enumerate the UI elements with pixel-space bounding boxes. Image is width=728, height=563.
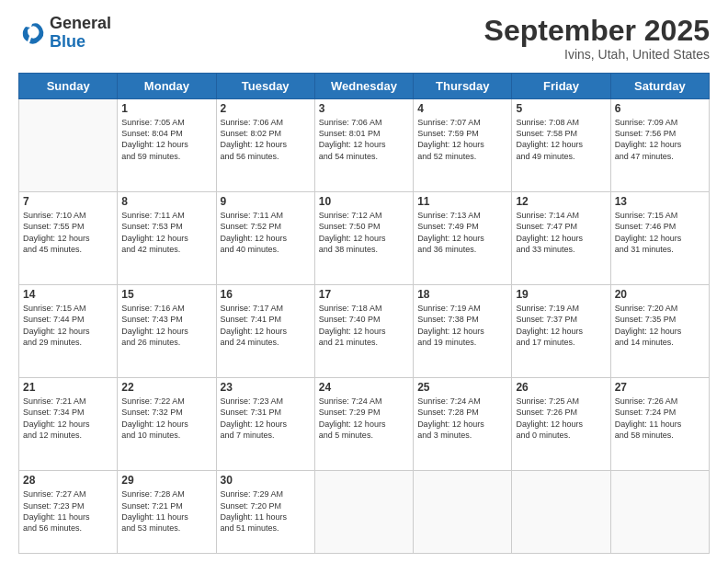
- cell-info: Sunrise: 7:07 AM Sunset: 7:59 PM Dayligh…: [417, 117, 507, 162]
- cell-info: Sunrise: 7:11 AM Sunset: 7:52 PM Dayligh…: [221, 210, 311, 255]
- table-row: 20Sunrise: 7:20 AM Sunset: 7:35 PM Dayli…: [610, 285, 709, 378]
- table-row: 9Sunrise: 7:11 AM Sunset: 7:52 PM Daylig…: [216, 192, 314, 285]
- day-number: 7: [23, 195, 113, 208]
- cell-info: Sunrise: 7:17 AM Sunset: 7:41 PM Dayligh…: [221, 303, 311, 348]
- day-number: 8: [121, 195, 211, 208]
- table-row: 4Sunrise: 7:07 AM Sunset: 7:59 PM Daylig…: [414, 99, 512, 192]
- day-number: 4: [417, 102, 507, 115]
- table-row: 25Sunrise: 7:24 AM Sunset: 7:28 PM Dayli…: [414, 378, 512, 471]
- table-row: 10Sunrise: 7:12 AM Sunset: 7:50 PM Dayli…: [314, 192, 413, 285]
- day-number: 20: [615, 288, 705, 301]
- cell-info: Sunrise: 7:22 AM Sunset: 7:32 PM Dayligh…: [121, 396, 211, 441]
- table-row: 6Sunrise: 7:09 AM Sunset: 7:56 PM Daylig…: [610, 99, 709, 192]
- table-row: [19, 99, 118, 192]
- cell-info: Sunrise: 7:26 AM Sunset: 7:24 PM Dayligh…: [615, 396, 705, 441]
- logo: General Blue: [18, 15, 111, 52]
- logo-icon: [18, 19, 46, 47]
- calendar-week-row: 7Sunrise: 7:10 AM Sunset: 7:55 PM Daylig…: [19, 192, 710, 285]
- cell-info: Sunrise: 7:09 AM Sunset: 7:56 PM Dayligh…: [615, 117, 705, 162]
- table-row: 22Sunrise: 7:22 AM Sunset: 7:32 PM Dayli…: [118, 378, 216, 471]
- table-row: 24Sunrise: 7:24 AM Sunset: 7:29 PM Dayli…: [314, 378, 413, 471]
- table-row: 18Sunrise: 7:19 AM Sunset: 7:38 PM Dayli…: [414, 285, 512, 378]
- day-number: 21: [23, 381, 113, 394]
- table-row: 11Sunrise: 7:13 AM Sunset: 7:49 PM Dayli…: [414, 192, 512, 285]
- calendar-week-row: 14Sunrise: 7:15 AM Sunset: 7:44 PM Dayli…: [19, 285, 710, 378]
- day-number: 16: [221, 288, 311, 301]
- day-number: 17: [319, 288, 409, 301]
- cell-info: Sunrise: 7:25 AM Sunset: 7:26 PM Dayligh…: [516, 396, 606, 441]
- table-row: 28Sunrise: 7:27 AM Sunset: 7:23 PM Dayli…: [19, 471, 118, 554]
- cell-info: Sunrise: 7:05 AM Sunset: 8:04 PM Dayligh…: [121, 117, 211, 162]
- cell-info: Sunrise: 7:24 AM Sunset: 7:28 PM Dayligh…: [417, 396, 507, 441]
- location: Ivins, Utah, United States: [484, 47, 710, 62]
- day-number: 5: [516, 102, 606, 115]
- cell-info: Sunrise: 7:15 AM Sunset: 7:44 PM Dayligh…: [23, 303, 113, 348]
- table-row: [610, 471, 709, 554]
- calendar-week-row: 28Sunrise: 7:27 AM Sunset: 7:23 PM Dayli…: [19, 471, 710, 554]
- day-number: 22: [121, 381, 211, 394]
- cell-info: Sunrise: 7:13 AM Sunset: 7:49 PM Dayligh…: [417, 210, 507, 255]
- day-number: 18: [417, 288, 507, 301]
- table-row: 23Sunrise: 7:23 AM Sunset: 7:31 PM Dayli…: [216, 378, 314, 471]
- table-row: 15Sunrise: 7:16 AM Sunset: 7:43 PM Dayli…: [118, 285, 216, 378]
- header-thursday: Thursday: [414, 74, 512, 99]
- day-number: 14: [23, 288, 113, 301]
- cell-info: Sunrise: 7:06 AM Sunset: 8:02 PM Dayligh…: [221, 117, 311, 162]
- cell-info: Sunrise: 7:24 AM Sunset: 7:29 PM Dayligh…: [319, 396, 409, 441]
- cell-info: Sunrise: 7:29 AM Sunset: 7:20 PM Dayligh…: [221, 488, 311, 534]
- table-row: [414, 471, 512, 554]
- day-number: 6: [615, 102, 705, 115]
- logo-general-text: General: [50, 15, 111, 33]
- logo-text: General Blue: [50, 15, 111, 52]
- cell-info: Sunrise: 7:21 AM Sunset: 7:34 PM Dayligh…: [23, 396, 113, 441]
- cell-info: Sunrise: 7:16 AM Sunset: 7:43 PM Dayligh…: [121, 303, 211, 348]
- header-monday: Monday: [118, 74, 216, 99]
- cell-info: Sunrise: 7:11 AM Sunset: 7:53 PM Dayligh…: [121, 210, 211, 255]
- table-row: 1Sunrise: 7:05 AM Sunset: 8:04 PM Daylig…: [118, 99, 216, 192]
- calendar-week-row: 21Sunrise: 7:21 AM Sunset: 7:34 PM Dayli…: [19, 378, 710, 471]
- table-row: 27Sunrise: 7:26 AM Sunset: 7:24 PM Dayli…: [610, 378, 709, 471]
- cell-info: Sunrise: 7:27 AM Sunset: 7:23 PM Dayligh…: [23, 488, 113, 534]
- table-row: 21Sunrise: 7:21 AM Sunset: 7:34 PM Dayli…: [19, 378, 118, 471]
- header-wednesday: Wednesday: [314, 74, 413, 99]
- table-row: 19Sunrise: 7:19 AM Sunset: 7:37 PM Dayli…: [512, 285, 610, 378]
- table-row: 29Sunrise: 7:28 AM Sunset: 7:21 PM Dayli…: [118, 471, 216, 554]
- cell-info: Sunrise: 7:19 AM Sunset: 7:38 PM Dayligh…: [417, 303, 507, 348]
- day-number: 24: [319, 381, 409, 394]
- day-number: 1: [121, 102, 211, 115]
- cell-info: Sunrise: 7:20 AM Sunset: 7:35 PM Dayligh…: [615, 303, 705, 348]
- table-row: 5Sunrise: 7:08 AM Sunset: 7:58 PM Daylig…: [512, 99, 610, 192]
- table-row: 30Sunrise: 7:29 AM Sunset: 7:20 PM Dayli…: [216, 471, 314, 554]
- logo-blue-text: Blue: [50, 33, 111, 52]
- table-row: 14Sunrise: 7:15 AM Sunset: 7:44 PM Dayli…: [19, 285, 118, 378]
- cell-info: Sunrise: 7:15 AM Sunset: 7:46 PM Dayligh…: [615, 210, 705, 255]
- header-friday: Friday: [512, 74, 610, 99]
- day-number: 25: [417, 381, 507, 394]
- page: General Blue September 2025 Ivins, Utah,…: [0, 0, 728, 563]
- table-row: 26Sunrise: 7:25 AM Sunset: 7:26 PM Dayli…: [512, 378, 610, 471]
- day-number: 10: [319, 195, 409, 208]
- cell-info: Sunrise: 7:06 AM Sunset: 8:01 PM Dayligh…: [319, 117, 409, 162]
- day-number: 2: [221, 102, 311, 115]
- header-tuesday: Tuesday: [216, 74, 314, 99]
- day-number: 19: [516, 288, 606, 301]
- cell-info: Sunrise: 7:08 AM Sunset: 7:58 PM Dayligh…: [516, 117, 606, 162]
- table-row: 2Sunrise: 7:06 AM Sunset: 8:02 PM Daylig…: [216, 99, 314, 192]
- calendar-week-row: 1Sunrise: 7:05 AM Sunset: 8:04 PM Daylig…: [19, 99, 710, 192]
- month-title: September 2025: [484, 15, 710, 47]
- cell-info: Sunrise: 7:12 AM Sunset: 7:50 PM Dayligh…: [319, 210, 409, 255]
- cell-info: Sunrise: 7:14 AM Sunset: 7:47 PM Dayligh…: [516, 210, 606, 255]
- day-number: 26: [516, 381, 606, 394]
- cell-info: Sunrise: 7:19 AM Sunset: 7:37 PM Dayligh…: [516, 303, 606, 348]
- day-number: 23: [221, 381, 311, 394]
- day-number: 13: [615, 195, 705, 208]
- day-number: 27: [615, 381, 705, 394]
- table-row: 13Sunrise: 7:15 AM Sunset: 7:46 PM Dayli…: [610, 192, 709, 285]
- day-number: 28: [23, 474, 113, 487]
- header: General Blue September 2025 Ivins, Utah,…: [18, 15, 710, 62]
- title-block: September 2025 Ivins, Utah, United State…: [484, 15, 710, 62]
- header-sunday: Sunday: [19, 74, 118, 99]
- table-row: 8Sunrise: 7:11 AM Sunset: 7:53 PM Daylig…: [118, 192, 216, 285]
- day-number: 29: [121, 474, 211, 487]
- table-row: 16Sunrise: 7:17 AM Sunset: 7:41 PM Dayli…: [216, 285, 314, 378]
